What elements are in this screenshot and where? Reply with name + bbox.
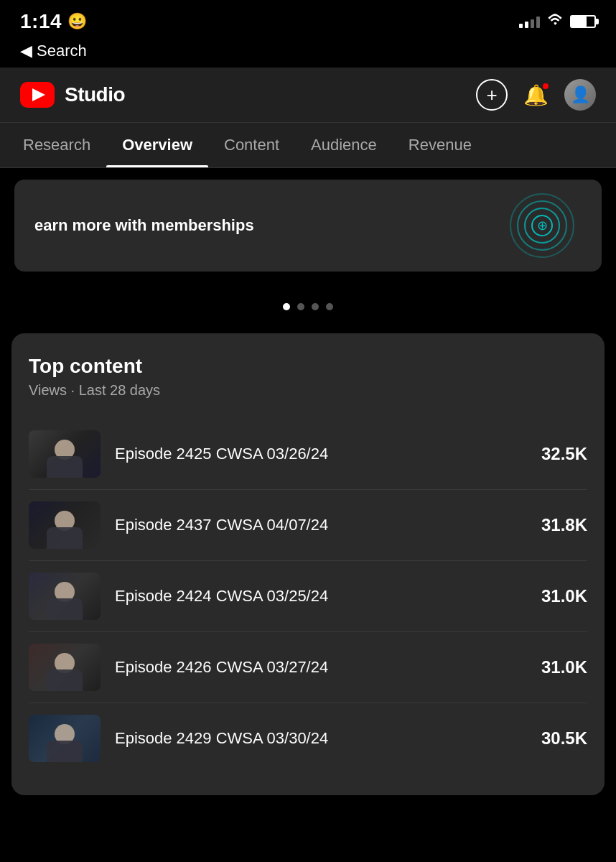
promo-text: earn more with memberships [34,216,488,236]
content-views-4: 31.0K [530,657,587,677]
youtube-logo [20,82,55,108]
back-label: Search [37,42,87,60]
tab-revenue[interactable]: Revenue [393,123,487,167]
avatar-image: 👤 [564,79,596,111]
play-icon [32,88,45,101]
back-chevron-icon: ◀ [20,42,32,60]
avatar[interactable]: 👤 [564,79,596,111]
battery-icon [570,15,596,28]
content-info-1: Episode 2425 CWSA 03/26/24 [101,443,530,465]
section-subtitle: Views · Last 28 days [29,382,587,399]
content-views-1: 32.5K [530,444,587,464]
promo-title: earn more with memberships [34,216,488,236]
wifi-icon [547,12,563,31]
navigation-tabs: Research Overview Content Audience Reven… [0,123,616,168]
thumbnail-1 [29,430,101,478]
content-views-3: 31.0K [530,586,587,606]
dot-4[interactable] [326,303,333,310]
promo-section: earn more with memberships ⊕ [0,180,616,297]
list-item[interactable]: Episode 2429 CWSA 03/30/24 30.5K [29,703,587,774]
concentric-circles-icon: ⊕ [506,190,578,261]
promo-card[interactable]: earn more with memberships ⊕ [14,180,602,272]
logo-area: Studio [20,82,125,108]
dot-1[interactable] [283,303,290,310]
add-button[interactable]: + [476,79,508,111]
status-bar: 1:14 😀 [0,0,616,39]
list-item[interactable]: Episode 2437 CWSA 04/07/24 31.8K [29,490,587,561]
section-title: Top content [29,355,587,378]
add-circle-icon: ⊕ [537,218,548,233]
list-item[interactable]: Episode 2426 CWSA 03/27/24 31.0K [29,632,587,703]
list-item[interactable]: Episode 2425 CWSA 03/26/24 32.5K [29,419,587,490]
app-title: Studio [65,83,125,106]
content-info-3: Episode 2424 CWSA 03/25/24 [101,585,530,608]
notification-badge [541,82,550,91]
dot-3[interactable] [312,303,319,310]
content-title-1: Episode 2425 CWSA 03/26/24 [115,443,515,465]
status-icons [519,12,596,31]
back-navigation[interactable]: ◀ Search [0,39,616,68]
thumbnail-4 [29,644,101,691]
content-info-5: Episode 2429 CWSA 03/30/24 [101,728,530,750]
content-title-4: Episode 2426 CWSA 03/27/24 [115,657,515,679]
tab-research[interactable]: Research [7,123,106,167]
content-title-5: Episode 2429 CWSA 03/30/24 [115,728,515,750]
carousel-dots [0,297,616,322]
status-emoji: 😀 [67,12,87,31]
thumbnail-5 [29,715,101,762]
tab-content[interactable]: Content [208,123,295,167]
content-views-2: 31.8K [530,515,587,535]
dot-2[interactable] [297,303,304,310]
content-info-2: Episode 2437 CWSA 04/07/24 [101,514,530,537]
promo-visual: ⊕ [503,197,582,254]
content-views-5: 30.5K [530,728,587,749]
notifications-button[interactable]: 🔔 [523,83,549,107]
thumbnail-3 [29,573,101,620]
tab-overview[interactable]: Overview [106,123,208,167]
list-item[interactable]: Episode 2424 CWSA 03/25/24 31.0K [29,561,587,632]
header-actions: + 🔔 👤 [476,79,596,111]
content-info-4: Episode 2426 CWSA 03/27/24 [101,657,530,679]
app-header: Studio + 🔔 👤 [0,68,616,123]
content-title-2: Episode 2437 CWSA 04/07/24 [115,514,515,537]
top-content-section: Top content Views · Last 28 days Episode… [11,333,605,795]
content-title-3: Episode 2424 CWSA 03/25/24 [115,585,515,608]
status-time: 1:14 [20,10,62,33]
tab-audience[interactable]: Audience [295,123,393,167]
signal-icon [519,15,540,28]
thumbnail-2 [29,501,101,549]
